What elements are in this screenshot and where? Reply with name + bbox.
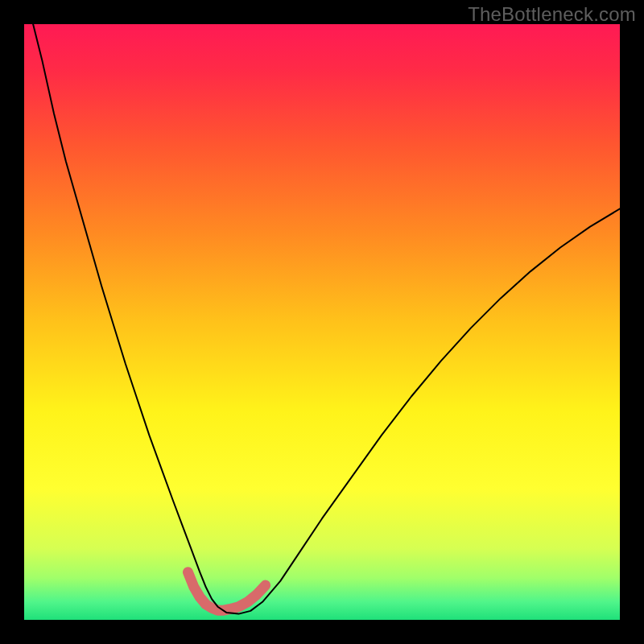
- watermark-text: TheBottleneck.com: [468, 3, 636, 26]
- chart-svg: [24, 24, 620, 620]
- chart-frame: TheBottleneck.com: [0, 0, 644, 644]
- plot-area: [24, 24, 620, 620]
- gradient-background: [24, 24, 620, 620]
